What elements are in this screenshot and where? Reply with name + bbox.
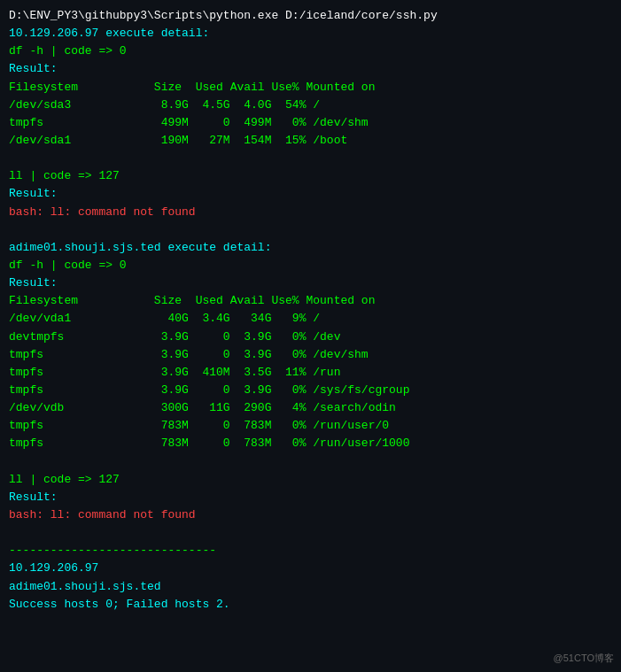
terminal-window: D:\ENV_PY3\githubpy3\Scripts\python.exe … xyxy=(0,0,621,672)
table1-header: Filesystem Size Used Avail Use% Mounted … xyxy=(9,79,612,97)
script-header: D:\ENV_PY3\githubpy3\Scripts\python.exe … xyxy=(9,7,612,25)
table2-header: Filesystem Size Used Avail Use% Mounted … xyxy=(9,292,612,310)
table2-row1: /dev/vda1 40G 3.4G 34G 9% / xyxy=(9,310,612,328)
table1-row1: /dev/sda3 8.9G 4.5G 4.0G 54% / xyxy=(9,97,612,114)
table1-row2: tmpfs 499M 0 499M 0% /dev/shm xyxy=(9,114,612,132)
cmd2-ll: ll | code => 127 xyxy=(9,167,612,185)
table2-row8: tmpfs 783M 0 783M 0% /run/user/1000 xyxy=(9,435,612,452)
table2-row4: tmpfs 3.9G 410M 3.5G 11% /run xyxy=(9,364,612,382)
result1-label: Result: xyxy=(9,60,612,78)
cmd1-df: df -h | code => 0 xyxy=(9,42,612,60)
error1: bash: ll: command not found xyxy=(9,204,612,221)
watermark: @51CTO博客 xyxy=(554,652,614,665)
summary-host1: 10.129.206.97 xyxy=(9,560,612,577)
result4-label: Result: xyxy=(9,489,612,506)
table2-row6: /dev/vdb 300G 11G 290G 4% /search/odin xyxy=(9,399,612,417)
table2-row7: tmpfs 783M 0 783M 0% /run/user/0 xyxy=(9,417,612,435)
host1-title: 10.129.206.97 execute detail: xyxy=(9,25,612,42)
result3-label: Result: xyxy=(9,274,612,292)
summary-result: Success hosts 0; Failed hosts 2. xyxy=(9,596,612,614)
cmd4-ll: ll | code => 127 xyxy=(9,471,612,489)
table2-row2: devtmpfs 3.9G 0 3.9G 0% /dev xyxy=(9,328,612,346)
table2-row3: tmpfs 3.9G 0 3.9G 0% /dev/shm xyxy=(9,346,612,364)
host2-title: adime01.shouji.sjs.ted execute detail: xyxy=(9,239,612,257)
cmd3-df: df -h | code => 0 xyxy=(9,257,612,274)
table1-row3: /dev/sda1 190M 27M 154M 15% /boot xyxy=(9,132,612,150)
table2-row5: tmpfs 3.9G 0 3.9G 0% /sys/fs/cgroup xyxy=(9,382,612,399)
summary-host2: adime01.shouji.sjs.ted xyxy=(9,578,612,596)
error2: bash: ll: command not found xyxy=(9,506,612,524)
result2-label: Result: xyxy=(9,185,612,203)
divider: ------------------------------ xyxy=(9,542,612,560)
